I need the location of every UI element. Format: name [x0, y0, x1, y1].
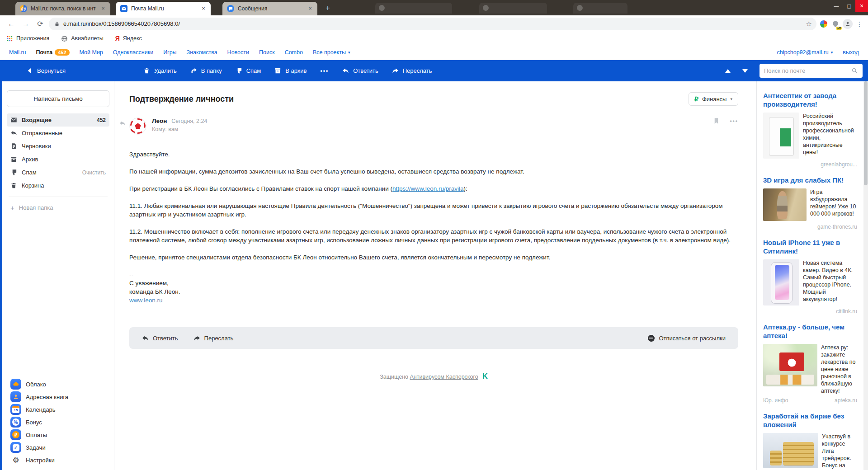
nav-combo[interactable]: Combo — [285, 49, 303, 56]
message-more-icon[interactable]: ••• — [730, 118, 738, 124]
previous-message-icon[interactable] — [725, 69, 731, 73]
search-input[interactable] — [764, 67, 848, 74]
nav-igry[interactable]: Игры — [163, 49, 176, 56]
sidebar-item-contacts[interactable]: Адресная книга — [7, 390, 109, 403]
sidebar-item-drafts[interactable]: Черновики — [7, 140, 109, 153]
extension-icon[interactable] — [819, 19, 828, 28]
sidebar-item-archive[interactable]: Архив — [7, 153, 109, 166]
nav-moy-mir[interactable]: Мой Мир — [80, 49, 103, 56]
close-button[interactable]: × — [855, 0, 868, 12]
nav-znakomstva[interactable]: Знакомства — [187, 49, 217, 56]
sidebar-item-trash[interactable]: Корзина — [7, 179, 109, 192]
ad-title-link[interactable]: Новый iPhone 11 уже в Ситилинк! — [763, 238, 857, 255]
tab-close-icon[interactable]: × — [99, 5, 107, 12]
reply-button-bottom[interactable]: Ответить — [142, 335, 178, 342]
chat-favicon — [227, 5, 234, 12]
ad-source[interactable]: game-thrones.ru — [817, 224, 857, 230]
bookmark-flag-icon[interactable] — [713, 118, 720, 124]
ad-source[interactable]: greenlabgrou... — [821, 161, 857, 168]
logout-link[interactable]: выход — [843, 49, 859, 56]
bookmark-apps[interactable]: Приложения — [6, 35, 49, 42]
finance-button[interactable]: ₽ Финансы ▾ — [689, 92, 738, 106]
ads-rail: Антисептик от завода производителя! Росс… — [756, 81, 863, 470]
spam-button[interactable]: Спам — [236, 67, 261, 74]
url-field[interactable]: e.mail.ru/inbox/0:15869066540207805698:0… — [49, 18, 816, 30]
delete-button[interactable]: Удалить — [143, 67, 177, 74]
sidebar-item-tasks[interactable]: ✓ Задачи — [7, 441, 109, 454]
reply-button[interactable]: Ответить — [342, 67, 378, 74]
nav-label: Почта — [36, 49, 53, 56]
forward-button[interactable]: Переслать — [392, 67, 432, 74]
ad-image-coins[interactable] — [763, 433, 818, 468]
sender-name[interactable]: Леон — [152, 118, 167, 124]
tab-close-icon[interactable]: × — [307, 5, 314, 12]
new-folder-button[interactable]: + Новая папка — [7, 202, 109, 213]
ad-image-iphone[interactable] — [763, 259, 799, 306]
tab-mail-inbox[interactable]: Почта Mail.ru × — [116, 2, 211, 15]
nav-all-projects[interactable]: Все проекты ▾ — [313, 49, 350, 56]
bookmark-avia[interactable]: Авиабилеты — [61, 35, 104, 42]
account-menu[interactable]: chipchop92@mail.ru ▾ — [777, 49, 833, 56]
ad-source[interactable]: citilink.ru — [836, 308, 857, 315]
nav-odnoklassniki[interactable]: Одноклассники — [113, 49, 153, 56]
ad-title-link[interactable]: 3D игра для слабых ПК! — [763, 176, 857, 184]
archive-button[interactable]: В архив — [274, 67, 307, 74]
maximize-button[interactable]: ▢ — [843, 0, 855, 12]
next-message-icon[interactable] — [742, 69, 748, 73]
sidebar-item-settings[interactable]: ⚙ Настройки — [7, 454, 109, 466]
tab-title: Сообщения — [238, 5, 303, 12]
plus-icon: + — [10, 204, 14, 212]
ad-title-link[interactable]: Аптека.ру - больше, чем аптека! — [763, 323, 857, 340]
browser-refresh-icon[interactable]: ⟳ — [34, 18, 46, 30]
nav-pochta[interactable]: Почта 452 — [36, 49, 70, 56]
sender-avatar[interactable] — [129, 118, 146, 135]
toolbar-label: В папку — [201, 67, 222, 74]
bookmark-yandex[interactable]: Я Яндекс — [115, 35, 142, 42]
clear-spam-link[interactable]: Очистить — [82, 169, 106, 176]
kaspersky-footer: Защищено Антивирусом Касперского K — [129, 372, 738, 381]
ad-source[interactable]: apteka.ru — [835, 397, 857, 404]
tab-mailru-home[interactable]: @ Mail.ru: почта, поиск в интернете × — [15, 2, 110, 15]
ad-image-canister[interactable] — [763, 113, 799, 159]
sidebar-item-calendar[interactable]: 15 Календарь — [7, 403, 109, 416]
leon-site-link[interactable]: www.leon.ru — [129, 297, 163, 304]
nav-poisk[interactable]: Поиск — [259, 49, 275, 56]
new-tab-button[interactable]: + — [322, 2, 334, 14]
rules-link[interactable]: https://www.leon.ru/pravila — [392, 185, 464, 192]
minimize-button[interactable]: — — [830, 0, 843, 12]
nav-mailru[interactable]: Mail.ru — [9, 49, 26, 56]
finance-label: Финансы — [702, 96, 727, 103]
app-label: Календарь — [26, 406, 56, 413]
ad-title-link[interactable]: Заработай на бирже без вложений — [763, 412, 857, 429]
sidebar-item-bonus[interactable]: % Бонус — [7, 416, 109, 428]
adblock-extension-icon[interactable]: off — [831, 19, 840, 28]
sidebar-item-spam[interactable]: Спам Очистить — [7, 166, 109, 179]
tab-messages[interactable]: Сообщения × — [222, 2, 317, 15]
tab-close-icon[interactable]: × — [200, 5, 207, 12]
sidebar-item-inbox[interactable]: Входящие 452 — [7, 113, 109, 127]
sidebar-item-payments[interactable]: ₽ Оплаты — [7, 428, 109, 441]
sidebar-item-cloud[interactable]: Облако — [7, 378, 109, 390]
more-actions-button[interactable]: ••• — [321, 68, 329, 74]
move-to-folder-button[interactable]: В папку — [190, 67, 222, 74]
ad-title-link[interactable]: Антисептик от завода производителя! — [763, 91, 857, 108]
browser-back-icon[interactable]: ← — [5, 18, 17, 30]
bookmark-star-icon[interactable]: ☆ — [806, 20, 812, 28]
scrollbar-thumb[interactable] — [864, 81, 868, 185]
ad-image-firstaid[interactable] — [763, 344, 817, 386]
ad-legal-link[interactable]: Юр. инфо — [763, 397, 788, 404]
browser-forward-icon[interactable]: → — [20, 18, 32, 30]
gear-icon: ⚙ — [10, 456, 21, 465]
kaspersky-link[interactable]: Антивирусом Касперского — [410, 374, 478, 380]
folder-label: Черновики — [22, 143, 51, 150]
ad-image-game[interactable] — [763, 188, 807, 221]
unsubscribe-button[interactable]: Отписаться от рассылки — [648, 335, 726, 342]
browser-menu-icon[interactable]: ⋮ — [855, 20, 863, 28]
compose-button[interactable]: Написать письмо — [7, 90, 109, 107]
back-to-list-button[interactable]: Вернуться — [26, 67, 66, 74]
page-scrollbar[interactable] — [863, 81, 868, 470]
nav-novosti[interactable]: Новости — [227, 49, 249, 56]
forward-button-bottom[interactable]: Переслать — [193, 335, 234, 342]
browser-profile-avatar[interactable] — [843, 19, 853, 29]
sidebar-item-sent[interactable]: Отправленные — [7, 127, 109, 140]
